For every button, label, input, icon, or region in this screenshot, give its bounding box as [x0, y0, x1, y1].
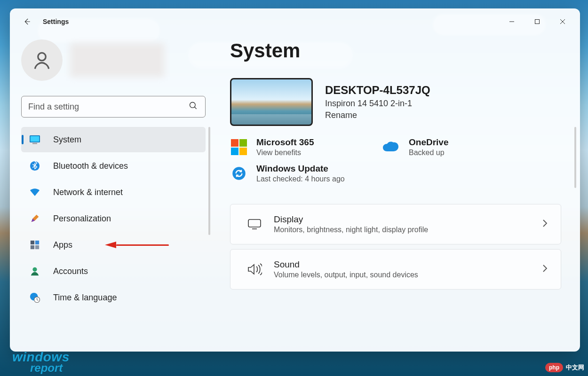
- close-icon: [560, 19, 565, 24]
- back-button[interactable]: [17, 12, 36, 31]
- device-summary: DESKTOP-4L537JQ Inspiron 14 5410 2-in-1 …: [230, 78, 561, 126]
- card-title: Sound: [274, 259, 418, 270]
- svg-point-14: [232, 167, 246, 180]
- svg-rect-4: [31, 136, 40, 142]
- settings-window: Settings: [10, 8, 580, 352]
- sidebar-item-apps[interactable]: Apps: [21, 232, 206, 258]
- chevron-right-icon: [542, 219, 548, 229]
- chevron-right-icon: [542, 264, 548, 274]
- sidebar-item-personalization[interactable]: Personalization: [21, 206, 206, 231]
- profile-name-redacted: [70, 43, 164, 77]
- sound-icon: [244, 263, 265, 275]
- status-windows-update[interactable]: Windows Update Last checked: 4 hours ago: [230, 164, 362, 183]
- device-name: DESKTOP-4L537JQ: [325, 84, 430, 97]
- status-subtitle: Last checked: 4 hours ago: [256, 175, 345, 183]
- apps-icon: [29, 240, 41, 250]
- watermark-left: windows report: [12, 351, 70, 373]
- sidebar-scrollbar[interactable]: [208, 127, 210, 235]
- microsoft-logo-icon: [230, 138, 248, 156]
- sync-icon: [230, 164, 248, 182]
- card-subtitle: Monitors, brightness, night light, displ…: [274, 226, 428, 234]
- svg-point-1: [38, 53, 46, 61]
- sidebar-item-label: Bluetooth & devices: [53, 161, 128, 171]
- card-display[interactable]: Display Monitors, brightness, night ligh…: [230, 204, 561, 244]
- content-scrollbar[interactable]: [574, 127, 576, 188]
- sidebar: System Bluetooth & devices Network & int…: [10, 35, 217, 352]
- sidebar-item-label: Personalization: [53, 214, 111, 224]
- device-model: Inspiron 14 5410 2-in-1: [325, 99, 430, 109]
- brush-icon: [29, 213, 41, 224]
- wifi-icon: [29, 188, 41, 197]
- svg-rect-7: [31, 241, 34, 244]
- sidebar-item-system[interactable]: System: [21, 127, 206, 152]
- display-icon: [244, 219, 265, 230]
- avatar: [21, 39, 63, 81]
- search-icon: [189, 101, 198, 112]
- bluetooth-icon: [29, 161, 41, 171]
- sidebar-item-network[interactable]: Network & internet: [21, 180, 206, 205]
- status-title: Microsoft 365: [256, 137, 314, 148]
- status-title: Windows Update: [256, 164, 345, 174]
- sidebar-item-label: System: [53, 135, 81, 145]
- maximize-button[interactable]: [524, 12, 550, 31]
- window-title: Settings: [43, 18, 69, 25]
- svg-rect-9: [31, 245, 34, 249]
- svg-rect-0: [535, 20, 540, 24]
- page-title: System: [230, 39, 561, 62]
- sidebar-item-label: Network & internet: [53, 188, 123, 197]
- device-wallpaper-thumb[interactable]: [230, 78, 313, 126]
- maximize-icon: [534, 19, 540, 24]
- watermark-right: php 中文网: [545, 363, 584, 372]
- svg-rect-5: [32, 143, 37, 144]
- sidebar-item-bluetooth[interactable]: Bluetooth & devices: [21, 153, 206, 179]
- content-pane: System DESKTOP-4L537JQ Inspiron 14 5410 …: [217, 35, 580, 352]
- accounts-icon: [29, 266, 41, 276]
- profile-block[interactable]: [21, 37, 217, 84]
- person-icon: [32, 50, 52, 70]
- monitor-icon: [29, 135, 41, 144]
- minimize-button[interactable]: [499, 12, 524, 31]
- globe-clock-icon: [29, 292, 41, 303]
- arrow-left-icon: [23, 17, 31, 26]
- sidebar-item-label: Apps: [53, 240, 72, 250]
- card-sound[interactable]: Sound Volume levels, output, input, soun…: [230, 249, 561, 290]
- status-title: OneDrive: [409, 137, 448, 148]
- minimize-icon: [509, 19, 515, 24]
- svg-rect-15: [248, 219, 261, 227]
- device-rename-link[interactable]: Rename: [325, 110, 430, 120]
- nav-list: System Bluetooth & devices Network & int…: [21, 127, 206, 310]
- card-subtitle: Volume levels, output, input, sound devi…: [274, 271, 418, 279]
- svg-rect-8: [35, 241, 39, 244]
- status-subtitle: View benefits: [256, 149, 314, 157]
- annotation-arrow: [105, 242, 171, 248]
- status-microsoft-365[interactable]: Microsoft 365 View benefits: [230, 137, 362, 157]
- onedrive-icon: [382, 138, 400, 156]
- close-button[interactable]: [550, 12, 575, 31]
- sidebar-item-label: Accounts: [53, 266, 88, 276]
- status-subtitle: Backed up: [409, 149, 448, 157]
- svg-rect-10: [35, 245, 39, 249]
- sidebar-item-label: Time & language: [53, 293, 117, 303]
- status-onedrive[interactable]: OneDrive Backed up: [382, 137, 514, 157]
- svg-point-2: [190, 102, 196, 108]
- search-input[interactable]: [21, 96, 206, 118]
- card-title: Display: [274, 214, 428, 225]
- titlebar: Settings: [10, 8, 580, 35]
- svg-point-11: [32, 267, 37, 272]
- sidebar-item-time-language[interactable]: Time & language: [21, 285, 206, 310]
- sidebar-item-accounts[interactable]: Accounts: [21, 258, 206, 284]
